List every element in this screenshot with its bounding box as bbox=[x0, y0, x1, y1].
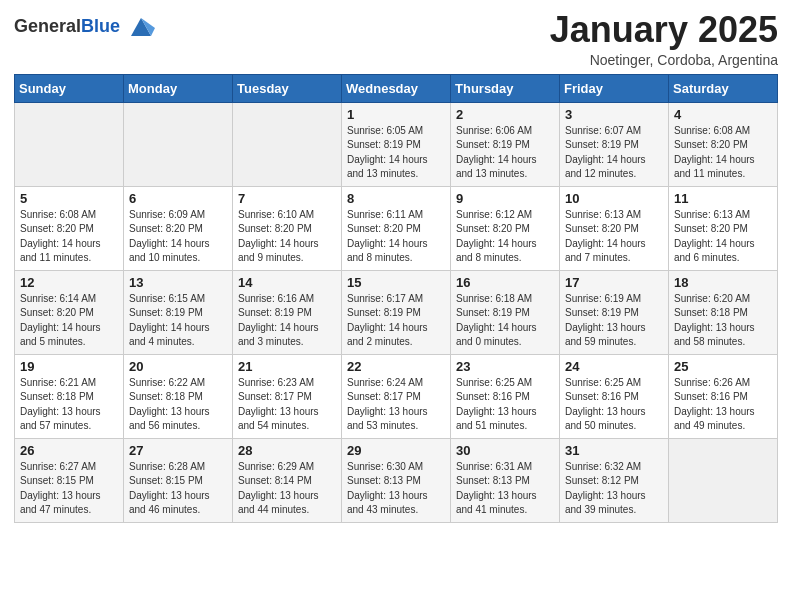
day-info: Sunrise: 6:21 AMSunset: 8:18 PMDaylight:… bbox=[20, 376, 118, 434]
day-number: 24 bbox=[565, 359, 663, 374]
day-number: 23 bbox=[456, 359, 554, 374]
day-info: Sunrise: 6:24 AMSunset: 8:17 PMDaylight:… bbox=[347, 376, 445, 434]
day-info: Sunrise: 6:15 AMSunset: 8:19 PMDaylight:… bbox=[129, 292, 227, 350]
day-info: Sunrise: 6:26 AMSunset: 8:16 PMDaylight:… bbox=[674, 376, 772, 434]
day-cell: 17Sunrise: 6:19 AMSunset: 8:19 PMDayligh… bbox=[560, 270, 669, 354]
day-info: Sunrise: 6:14 AMSunset: 8:20 PMDaylight:… bbox=[20, 292, 118, 350]
day-cell: 12Sunrise: 6:14 AMSunset: 8:20 PMDayligh… bbox=[15, 270, 124, 354]
logo: GeneralBlue bbox=[14, 14, 155, 42]
title-block: January 2025 Noetinger, Cordoba, Argenti… bbox=[550, 10, 778, 68]
day-info: Sunrise: 6:11 AMSunset: 8:20 PMDaylight:… bbox=[347, 208, 445, 266]
day-info: Sunrise: 6:25 AMSunset: 8:16 PMDaylight:… bbox=[565, 376, 663, 434]
day-cell: 1Sunrise: 6:05 AMSunset: 8:19 PMDaylight… bbox=[342, 102, 451, 186]
day-info: Sunrise: 6:18 AMSunset: 8:19 PMDaylight:… bbox=[456, 292, 554, 350]
day-cell: 27Sunrise: 6:28 AMSunset: 8:15 PMDayligh… bbox=[124, 438, 233, 522]
day-info: Sunrise: 6:19 AMSunset: 8:19 PMDaylight:… bbox=[565, 292, 663, 350]
day-info: Sunrise: 6:20 AMSunset: 8:18 PMDaylight:… bbox=[674, 292, 772, 350]
day-info: Sunrise: 6:09 AMSunset: 8:20 PMDaylight:… bbox=[129, 208, 227, 266]
day-number: 16 bbox=[456, 275, 554, 290]
day-number: 21 bbox=[238, 359, 336, 374]
day-number: 11 bbox=[674, 191, 772, 206]
day-cell bbox=[669, 438, 778, 522]
day-info: Sunrise: 6:05 AMSunset: 8:19 PMDaylight:… bbox=[347, 124, 445, 182]
weekday-header-row: SundayMondayTuesdayWednesdayThursdayFrid… bbox=[15, 74, 778, 102]
day-number: 28 bbox=[238, 443, 336, 458]
week-row-3: 12Sunrise: 6:14 AMSunset: 8:20 PMDayligh… bbox=[15, 270, 778, 354]
day-cell: 18Sunrise: 6:20 AMSunset: 8:18 PMDayligh… bbox=[669, 270, 778, 354]
day-info: Sunrise: 6:23 AMSunset: 8:17 PMDaylight:… bbox=[238, 376, 336, 434]
weekday-sunday: Sunday bbox=[15, 74, 124, 102]
day-cell: 9Sunrise: 6:12 AMSunset: 8:20 PMDaylight… bbox=[451, 186, 560, 270]
logo-general-text: General bbox=[14, 16, 81, 36]
calendar-table: SundayMondayTuesdayWednesdayThursdayFrid… bbox=[14, 74, 778, 523]
day-info: Sunrise: 6:13 AMSunset: 8:20 PMDaylight:… bbox=[565, 208, 663, 266]
day-info: Sunrise: 6:07 AMSunset: 8:19 PMDaylight:… bbox=[565, 124, 663, 182]
day-cell: 2Sunrise: 6:06 AMSunset: 8:19 PMDaylight… bbox=[451, 102, 560, 186]
day-info: Sunrise: 6:12 AMSunset: 8:20 PMDaylight:… bbox=[456, 208, 554, 266]
day-number: 31 bbox=[565, 443, 663, 458]
day-cell: 29Sunrise: 6:30 AMSunset: 8:13 PMDayligh… bbox=[342, 438, 451, 522]
week-row-4: 19Sunrise: 6:21 AMSunset: 8:18 PMDayligh… bbox=[15, 354, 778, 438]
day-cell: 6Sunrise: 6:09 AMSunset: 8:20 PMDaylight… bbox=[124, 186, 233, 270]
day-info: Sunrise: 6:08 AMSunset: 8:20 PMDaylight:… bbox=[674, 124, 772, 182]
day-info: Sunrise: 6:10 AMSunset: 8:20 PMDaylight:… bbox=[238, 208, 336, 266]
weekday-monday: Monday bbox=[124, 74, 233, 102]
week-row-1: 1Sunrise: 6:05 AMSunset: 8:19 PMDaylight… bbox=[15, 102, 778, 186]
calendar-page: GeneralBlue January 2025 Noetinger, Cord… bbox=[0, 0, 792, 612]
day-info: Sunrise: 6:17 AMSunset: 8:19 PMDaylight:… bbox=[347, 292, 445, 350]
day-number: 15 bbox=[347, 275, 445, 290]
day-number: 9 bbox=[456, 191, 554, 206]
day-info: Sunrise: 6:08 AMSunset: 8:20 PMDaylight:… bbox=[20, 208, 118, 266]
day-number: 4 bbox=[674, 107, 772, 122]
weekday-saturday: Saturday bbox=[669, 74, 778, 102]
day-info: Sunrise: 6:06 AMSunset: 8:19 PMDaylight:… bbox=[456, 124, 554, 182]
page-header: GeneralBlue January 2025 Noetinger, Cord… bbox=[14, 10, 778, 68]
day-cell: 13Sunrise: 6:15 AMSunset: 8:19 PMDayligh… bbox=[124, 270, 233, 354]
day-number: 7 bbox=[238, 191, 336, 206]
day-cell: 15Sunrise: 6:17 AMSunset: 8:19 PMDayligh… bbox=[342, 270, 451, 354]
day-cell: 8Sunrise: 6:11 AMSunset: 8:20 PMDaylight… bbox=[342, 186, 451, 270]
day-number: 29 bbox=[347, 443, 445, 458]
day-cell bbox=[124, 102, 233, 186]
day-info: Sunrise: 6:16 AMSunset: 8:19 PMDaylight:… bbox=[238, 292, 336, 350]
weekday-thursday: Thursday bbox=[451, 74, 560, 102]
day-number: 12 bbox=[20, 275, 118, 290]
day-cell: 7Sunrise: 6:10 AMSunset: 8:20 PMDaylight… bbox=[233, 186, 342, 270]
day-cell: 23Sunrise: 6:25 AMSunset: 8:16 PMDayligh… bbox=[451, 354, 560, 438]
day-number: 22 bbox=[347, 359, 445, 374]
day-number: 26 bbox=[20, 443, 118, 458]
day-cell: 24Sunrise: 6:25 AMSunset: 8:16 PMDayligh… bbox=[560, 354, 669, 438]
day-cell: 22Sunrise: 6:24 AMSunset: 8:17 PMDayligh… bbox=[342, 354, 451, 438]
day-info: Sunrise: 6:25 AMSunset: 8:16 PMDaylight:… bbox=[456, 376, 554, 434]
day-number: 13 bbox=[129, 275, 227, 290]
logo-blue-text: Blue bbox=[81, 16, 120, 36]
day-number: 8 bbox=[347, 191, 445, 206]
day-cell bbox=[15, 102, 124, 186]
day-number: 3 bbox=[565, 107, 663, 122]
day-cell: 11Sunrise: 6:13 AMSunset: 8:20 PMDayligh… bbox=[669, 186, 778, 270]
day-number: 17 bbox=[565, 275, 663, 290]
day-number: 19 bbox=[20, 359, 118, 374]
weekday-wednesday: Wednesday bbox=[342, 74, 451, 102]
location: Noetinger, Cordoba, Argentina bbox=[550, 52, 778, 68]
day-number: 10 bbox=[565, 191, 663, 206]
day-cell: 31Sunrise: 6:32 AMSunset: 8:12 PMDayligh… bbox=[560, 438, 669, 522]
day-cell: 5Sunrise: 6:08 AMSunset: 8:20 PMDaylight… bbox=[15, 186, 124, 270]
day-cell: 25Sunrise: 6:26 AMSunset: 8:16 PMDayligh… bbox=[669, 354, 778, 438]
day-cell: 28Sunrise: 6:29 AMSunset: 8:14 PMDayligh… bbox=[233, 438, 342, 522]
week-row-2: 5Sunrise: 6:08 AMSunset: 8:20 PMDaylight… bbox=[15, 186, 778, 270]
day-cell bbox=[233, 102, 342, 186]
day-info: Sunrise: 6:28 AMSunset: 8:15 PMDaylight:… bbox=[129, 460, 227, 518]
day-number: 5 bbox=[20, 191, 118, 206]
day-cell: 20Sunrise: 6:22 AMSunset: 8:18 PMDayligh… bbox=[124, 354, 233, 438]
day-number: 6 bbox=[129, 191, 227, 206]
day-cell: 4Sunrise: 6:08 AMSunset: 8:20 PMDaylight… bbox=[669, 102, 778, 186]
day-info: Sunrise: 6:13 AMSunset: 8:20 PMDaylight:… bbox=[674, 208, 772, 266]
day-number: 14 bbox=[238, 275, 336, 290]
day-info: Sunrise: 6:29 AMSunset: 8:14 PMDaylight:… bbox=[238, 460, 336, 518]
day-info: Sunrise: 6:31 AMSunset: 8:13 PMDaylight:… bbox=[456, 460, 554, 518]
day-number: 20 bbox=[129, 359, 227, 374]
day-cell: 21Sunrise: 6:23 AMSunset: 8:17 PMDayligh… bbox=[233, 354, 342, 438]
day-info: Sunrise: 6:27 AMSunset: 8:15 PMDaylight:… bbox=[20, 460, 118, 518]
day-cell: 26Sunrise: 6:27 AMSunset: 8:15 PMDayligh… bbox=[15, 438, 124, 522]
